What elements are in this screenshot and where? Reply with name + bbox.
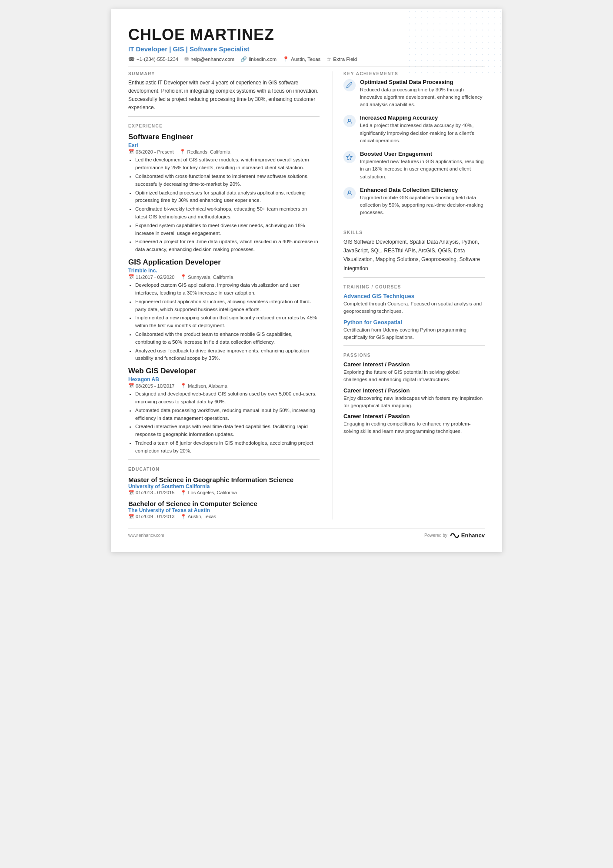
school-1: The University of Texas at Austin <box>128 507 320 513</box>
passion-title-1: Career Interest / Passion <box>343 387 485 394</box>
skills-divider <box>343 223 485 223</box>
contact-email: ✉ help@enhancv.com <box>184 56 234 62</box>
ach-icon-3 <box>343 187 356 199</box>
training-label: TRAINING / COURSES <box>343 285 485 289</box>
job-loc-1: 📍 Sunnyvale, California <box>180 274 233 280</box>
job-title-1: GIS Application Developer <box>128 258 320 267</box>
edu-loc-1: 📍 Austin, Texas <box>180 514 216 519</box>
achievement-3: Enhanced Data Collection Efficiency Upgr… <box>343 187 485 217</box>
star-icon: ☆ <box>326 56 331 62</box>
passion-desc-1: Enjoy discovering new landscapes which f… <box>343 395 485 410</box>
passions-divider <box>343 345 485 346</box>
contact-location: 📍 Austin, Texas <box>283 56 320 62</box>
bullet-1-3: Collaborated with the product team to en… <box>135 331 320 346</box>
achievement-2: Boosted User Engagement Implemented new … <box>343 151 485 181</box>
degree-1: Bachelor of Science in Computer Science <box>128 500 320 507</box>
footer-powered: Powered by Enhancv <box>424 532 485 539</box>
enhancv-brand-icon <box>450 532 460 539</box>
bullet-1-0: Developed custom GIS applications, impro… <box>135 282 320 297</box>
ach-content-0: Optimized Spatial Data Processing Reduce… <box>360 79 485 109</box>
summary-label: SUMMARY <box>128 71 320 76</box>
location-icon: 📍 <box>283 56 289 62</box>
skills-text: GIS Software Development, Spatial Data A… <box>343 238 485 273</box>
svg-point-0 <box>348 119 350 121</box>
bullets-0: Led the development of GIS software modu… <box>128 156 320 254</box>
pin-icon-0: 📍 <box>180 149 186 154</box>
left-column: SUMMARY Enthusiastic IT Developer with o… <box>128 71 320 519</box>
footer: www.enhancv.com Powered by Enhancv <box>128 528 485 539</box>
exp-meta-1: 📅 11/2017 - 02/2020 📍 Sunnyvale, Califor… <box>128 274 320 280</box>
bullet-0-4: Expanded system capabilities to meet div… <box>135 222 320 238</box>
contact-phone: ☎ +1-(234)-555-1234 <box>128 56 178 62</box>
bullet-2-2: Created interactive maps with real-time … <box>135 423 320 439</box>
ach-content-2: Boosted User Engagement Implemented new … <box>360 151 485 181</box>
calendar-icon-0: 📅 <box>128 149 134 154</box>
edu-meta-1: 📅 01/2009 - 01/2013 📍 Austin, Texas <box>128 514 320 519</box>
main-content: SUMMARY Enthusiastic IT Developer with o… <box>128 71 485 519</box>
link-icon: 🔗 <box>240 56 247 62</box>
pin-icon-1: 📍 <box>180 274 187 280</box>
cal-icon-edu-0: 📅 <box>128 490 134 495</box>
summary-text: Enthusiastic IT Developer with over 4 ye… <box>128 79 320 112</box>
achievement-0: Optimized Spatial Data Processing Reduce… <box>343 79 485 109</box>
bullet-2-0: Designed and developed web-based GIS sol… <box>135 390 320 406</box>
ach-icon-2 <box>343 151 356 163</box>
pin-icon-2: 📍 <box>180 383 187 389</box>
edu-meta-0: 📅 01/2013 - 01/2015 📍 Los Angeles, Calif… <box>128 490 320 496</box>
training-title-1: Python for Geospatial <box>343 319 485 325</box>
job-date-1: 📅 11/2017 - 02/2020 <box>128 274 174 280</box>
education-label: EDUCATION <box>128 467 320 472</box>
right-column: KEY ACHIEVEMENTS Optimized Spatial Data … <box>333 71 485 519</box>
bullet-0-0: Led the development of GIS software modu… <box>135 156 320 172</box>
contact-extra: ☆ Extra Field <box>326 56 357 62</box>
training-divider <box>343 277 485 278</box>
exp-meta-2: 📅 08/2015 - 10/2017 📍 Madison, Alabama <box>128 383 320 389</box>
pencil-icon <box>346 82 353 88</box>
ach-icon-0 <box>343 79 356 91</box>
edu-loc-0: 📍 Los Angeles, California <box>180 490 237 496</box>
job-date-2: 📅 08/2015 - 10/2017 <box>128 383 174 389</box>
ach-content-3: Enhanced Data Collection Efficiency Upgr… <box>360 187 485 217</box>
bullet-0-5: Pioneered a project for real-time data u… <box>135 238 320 254</box>
bullet-2-1: Automated data processing workflows, red… <box>135 407 320 422</box>
bullet-2-3: Trained a team of 8 junior developers in… <box>135 439 320 455</box>
bullet-0-3: Coordinated bi-weekly technical workshop… <box>135 205 320 221</box>
phone-icon: ☎ <box>128 56 135 62</box>
bullet-0-1: Collaborated with cross-functional teams… <box>135 173 320 188</box>
bullet-0-2: Optimized backend processes for spatial … <box>135 189 320 205</box>
footer-url: www.enhancv.com <box>128 533 164 538</box>
job-loc-2: 📍 Madison, Alabama <box>180 383 227 389</box>
job-date-0: 📅 03/2020 - Present <box>128 149 173 154</box>
star-icon <box>346 154 353 161</box>
bullet-1-2: Implemented a new mapping solution that … <box>135 314 320 330</box>
bullet-1-1: Engineered robust application structures… <box>135 298 320 314</box>
skills-label: SKILLS <box>343 230 485 235</box>
edu-date-0: 📅 01/2013 - 01/2015 <box>128 490 174 496</box>
training-title-0: Advanced GIS Techniques <box>343 293 485 299</box>
bullet-1-4: Analyzed user feedback to drive iterativ… <box>135 347 320 363</box>
resume-page: CHLOE MARTINEZ IT Developer | GIS | Soft… <box>111 9 502 552</box>
job-loc-0: 📍 Redlands, California <box>180 149 230 154</box>
passion-title-0: Career Interest / Passion <box>343 361 485 368</box>
training-desc-1: Certification from Udemy covering Python… <box>343 326 485 342</box>
person2-icon <box>346 190 353 196</box>
calendar-icon-1: 📅 <box>128 274 134 280</box>
bullets-2: Designed and developed web-based GIS sol… <box>128 390 320 455</box>
contact-website: 🔗 linkedin.com <box>240 56 277 62</box>
svg-marker-1 <box>347 154 353 160</box>
pin-edu-0: 📍 <box>180 490 187 495</box>
person-icon <box>346 118 353 124</box>
ach-content-1: Increased Mapping Accuracy Led a project… <box>360 114 485 144</box>
company-0: Esri <box>128 142 320 148</box>
ach-icon-1 <box>343 115 356 127</box>
job-title-0: Software Engineer <box>128 133 320 141</box>
training-desc-0: Completed through Coursera. Focused on s… <box>343 300 485 315</box>
school-0: University of Southern California <box>128 483 320 489</box>
email-icon: ✉ <box>184 56 189 62</box>
pin-edu-1: 📍 <box>180 514 187 519</box>
svg-point-2 <box>348 191 350 193</box>
exp-meta-0: 📅 03/2020 - Present 📍 Redlands, Californ… <box>128 149 320 154</box>
passion-desc-0: Exploring the future of GIS potential in… <box>343 369 485 384</box>
decorative-dots <box>406 9 502 78</box>
company-2: Hexagon AB <box>128 376 320 382</box>
